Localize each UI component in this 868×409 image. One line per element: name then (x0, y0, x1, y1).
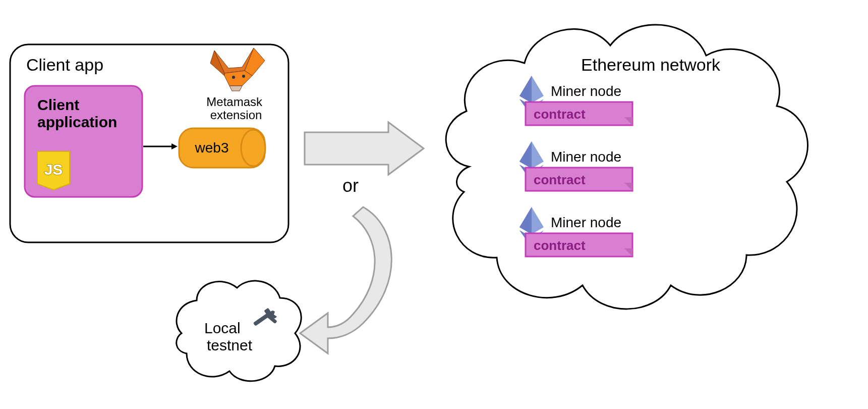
ethereum-network-title: Ethereum network (581, 55, 721, 74)
client-app-box: Client app Client application JS web3 (10, 44, 288, 242)
contract-label: contract (534, 107, 586, 122)
arrow-to-ethereum (305, 122, 424, 175)
contract-box: contract (526, 233, 632, 257)
miner-node-label: Miner node (551, 149, 621, 165)
arrow-to-local-testnet (300, 207, 391, 353)
svg-point-5 (241, 130, 265, 166)
svg-point-11 (232, 76, 235, 79)
web3-label: web3 (195, 140, 229, 156)
miner-node-label: Miner node (551, 83, 621, 99)
client-application-box: Client application JS (25, 86, 142, 197)
or-label: or (342, 175, 359, 196)
metamask-label: Metamask extension (206, 95, 265, 122)
web3-cylinder: web3 (179, 128, 265, 168)
ethereum-network-cloud: Ethereum network Miner node contract (446, 25, 807, 309)
contract-label: contract (534, 238, 586, 253)
svg-marker-13 (305, 122, 424, 175)
local-testnet-cloud: Local testnet (177, 281, 301, 381)
miner-node-label: Miner node (551, 215, 621, 230)
svg-point-12 (242, 75, 245, 78)
javascript-icon-label: JS (44, 161, 63, 178)
svg-marker-10 (229, 86, 242, 91)
contract-label: contract (534, 172, 586, 187)
client-app-title: Client app (26, 55, 103, 74)
contract-box: contract (526, 168, 632, 191)
contract-box: contract (526, 102, 632, 125)
javascript-icon: JS (37, 151, 70, 190)
